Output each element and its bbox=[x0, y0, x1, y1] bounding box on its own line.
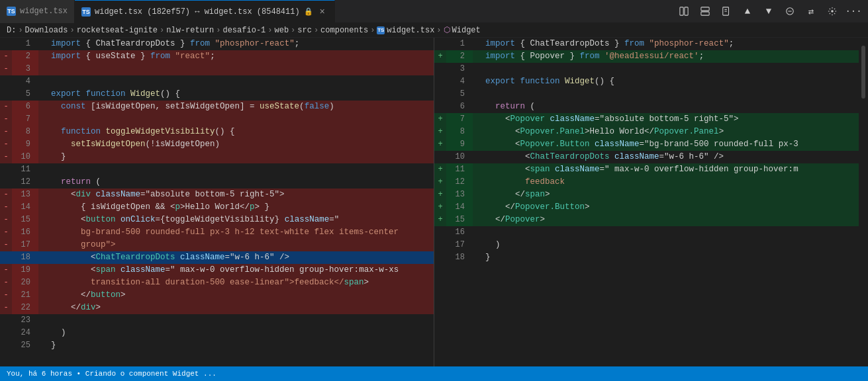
breadcrumb-d[interactable]: D: bbox=[7, 26, 16, 35]
line-9-left: - 9 setIsWidgetOpen(!isWidgetOpen) bbox=[0, 138, 434, 151]
editor-scroll-left: 1 import { ChatTeardropDots } from "phos… bbox=[0, 38, 434, 366]
line-17-right: 17 ) bbox=[434, 239, 868, 251]
line-8-left: - 8 function toggleWidgetVisibility() { bbox=[0, 126, 434, 138]
line-13-left: - 13 <div className="absolute bottom-5 r… bbox=[0, 189, 434, 201]
svg-rect-3 bbox=[701, 12, 709, 15]
editor-container: 1 import { ChatTeardropDots } from "phos… bbox=[0, 38, 868, 366]
line-3-left: - 3 bbox=[0, 63, 434, 75]
breadcrumb-components[interactable]: components bbox=[320, 26, 368, 35]
line-16-left: - 16 bg-brand-500 rounded-full px-3 h-12… bbox=[0, 226, 434, 239]
status-bar: You, há 6 horas • Criando o component Wi… bbox=[0, 366, 868, 381]
line-22-left: - 22 </div> bbox=[0, 302, 434, 314]
ts-icon: TS bbox=[7, 7, 16, 16]
swap-icon[interactable]: ⇄ bbox=[802, 2, 820, 21]
line-24-left: 24 ) bbox=[0, 327, 434, 339]
breadcrumb-desafio[interactable]: desafio-1 bbox=[222, 26, 265, 35]
line-3-right: 3 bbox=[434, 63, 868, 75]
line-11-left: 11 bbox=[0, 163, 434, 176]
scrollbar-track[interactable] bbox=[859, 38, 868, 366]
line-1-left: 1 import { ChatTeardropDots } from "phos… bbox=[0, 38, 434, 50]
editor-scroll-right: 1 import { ChatTeardropDots } from "phos… bbox=[434, 38, 868, 366]
breadcrumb-nlw[interactable]: nlw-return bbox=[166, 26, 214, 35]
line-21-left: - 21 </button> bbox=[0, 289, 434, 302]
line-14-left: - 14 { isWidgetOpen && <p>Hello World</p… bbox=[0, 201, 434, 214]
line-9-right: + 9 <Popover.Button className="bg-brand-… bbox=[434, 138, 868, 151]
status-blame: You, há 6 horas • Criando o component Wi… bbox=[7, 370, 217, 378]
line-18-right: 18 } bbox=[434, 251, 868, 264]
line-10-left: - 10 } bbox=[0, 151, 434, 163]
breadcrumb-widget-tsx[interactable]: TS widget.tsx bbox=[377, 26, 434, 35]
breadcrumb: D: › Downloads › rocketseat-ignite › nlw… bbox=[0, 23, 868, 38]
line-1-right: 1 import { ChatTeardropDots } from "phos… bbox=[434, 38, 868, 50]
line-15-right: + 15 </Popover> bbox=[434, 214, 868, 226]
line-23-left: 23 bbox=[0, 314, 434, 327]
line-16-right: 16 bbox=[434, 226, 868, 239]
line-6-left: - 6 const [isWidgetOpen, setIsWidgetOpen… bbox=[0, 101, 434, 113]
editor-pane-right[interactable]: 1 import { ChatTeardropDots } from "phos… bbox=[434, 38, 868, 366]
breadcrumb-rocketseat[interactable]: rocketseat-ignite bbox=[77, 26, 158, 35]
line-7-left: - 7 bbox=[0, 113, 434, 126]
line-4-right: 4 export function Widget() { bbox=[434, 75, 868, 88]
tab-close-button[interactable]: × bbox=[317, 7, 328, 17]
svg-point-9 bbox=[831, 10, 834, 13]
line-15-left: - 15 <button onClick={toggleWidgetVisibi… bbox=[0, 214, 434, 226]
svg-rect-1 bbox=[685, 7, 688, 15]
more-icon[interactable]: ··· bbox=[844, 2, 863, 21]
line-12-right: + 12 feedback bbox=[434, 176, 868, 189]
breadcrumb-web[interactable]: web bbox=[274, 26, 289, 35]
diff-icon[interactable] bbox=[781, 2, 799, 21]
line-17-left: - 17 group"> bbox=[0, 239, 434, 251]
new-file-icon[interactable] bbox=[717, 2, 736, 21]
scrollbar-thumb[interactable] bbox=[861, 46, 865, 99]
line-19-left: - 19 <span className=" max-w-0 overflow-… bbox=[0, 264, 434, 276]
line-2-right: + 2 import { Popover } from '@headlessui… bbox=[434, 50, 868, 63]
svg-rect-2 bbox=[701, 7, 709, 11]
line-14-right: + 14 </Popover.Button> bbox=[434, 201, 868, 214]
line-20-left: - 20 transition-all duration-500 ease-li… bbox=[0, 276, 434, 289]
line-4-left: 4 bbox=[0, 75, 434, 88]
tab-bar: TS widget.tsx TS widget.tsx (182ef57) ↔ … bbox=[0, 0, 868, 23]
breadcrumb-downloads[interactable]: Downloads bbox=[25, 26, 68, 35]
editor-pane-left[interactable]: 1 import { ChatTeardropDots } from "phos… bbox=[0, 38, 434, 366]
line-11-right: + 11 <span className=" max-w-0 overflow-… bbox=[434, 163, 868, 176]
line-7-right: + 7 <Popover className="absolute bottom-… bbox=[434, 113, 868, 126]
line-12-left: 12 return ( bbox=[0, 176, 434, 189]
editor-layout-icon[interactable] bbox=[696, 2, 714, 21]
line-5-right: 5 bbox=[434, 88, 868, 101]
line-8-right: + 8 <Popover.Panel>Hello World</Popover.… bbox=[434, 126, 868, 138]
widget-fn-icon: ⬡ bbox=[444, 26, 450, 35]
lock-icon: 🔒 bbox=[304, 7, 313, 16]
ts-icon-diff: TS bbox=[81, 7, 91, 17]
line-18-left: 18 <ChatTeardropDots className="w-6 h-6"… bbox=[0, 251, 434, 264]
tab-diff-label: widget.tsx (182ef57) ↔ widget.tsx (85484… bbox=[95, 7, 300, 17]
line-25-left: 25 } bbox=[0, 339, 434, 352]
toolbar-icons: ▲ ▼ ⇄ ··· bbox=[675, 2, 868, 21]
breadcrumb-widget-fn[interactable]: ⬡Widget bbox=[444, 25, 481, 35]
tab-diff[interactable]: TS widget.tsx (182ef57) ↔ widget.tsx (85… bbox=[75, 0, 335, 23]
line-5-left: 5 export function Widget() { bbox=[0, 88, 434, 101]
down-arrow-icon[interactable]: ▼ bbox=[759, 2, 778, 21]
split-editor-icon[interactable] bbox=[675, 2, 693, 21]
settings-icon[interactable] bbox=[823, 2, 842, 21]
line-6-right: 6 return ( bbox=[434, 101, 868, 113]
tab-widget-tsx[interactable]: TS widget.tsx bbox=[0, 0, 75, 23]
ts-breadcrumb-icon: TS bbox=[377, 26, 385, 34]
line-13-right: + 13 </span> bbox=[434, 189, 868, 201]
up-arrow-icon[interactable]: ▲ bbox=[738, 2, 757, 21]
line-10-right: 10 <ChatTeardropDots className="w-6 h-6"… bbox=[434, 151, 868, 163]
breadcrumb-src[interactable]: src bbox=[297, 26, 312, 35]
svg-rect-0 bbox=[680, 7, 683, 15]
tab-label: widget.tsx bbox=[20, 7, 68, 16]
line-2-left: - 2 import { useState } from "react"; bbox=[0, 50, 434, 63]
